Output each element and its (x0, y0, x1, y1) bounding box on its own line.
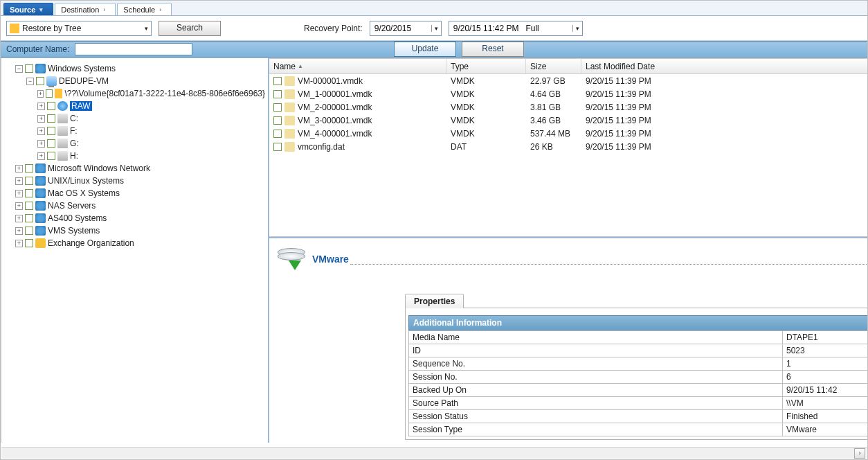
update-button[interactable]: Update (394, 42, 456, 57)
search-button[interactable]: Search (159, 21, 221, 36)
tree-node-vms[interactable]: + VMS Systems (15, 224, 265, 237)
expand-icon[interactable]: + (15, 227, 23, 235)
file-name: VM_1-000001.vmdk (298, 89, 372, 99)
restore-mode-select[interactable]: Restore by Tree ▾ (6, 21, 152, 36)
checkbox[interactable] (46, 89, 53, 98)
tree-label: Exchange Organization (48, 238, 134, 248)
checkbox[interactable] (25, 239, 33, 247)
tree-node-nas[interactable]: + NAS Servers (15, 200, 265, 212)
tab-source[interactable]: Source ▾ (3, 3, 53, 15)
checkbox[interactable] (273, 90, 282, 98)
checkbox[interactable] (25, 177, 33, 185)
checkbox[interactable] (273, 77, 282, 85)
checkbox[interactable] (36, 77, 44, 85)
tree-node-exchange[interactable]: + Exchange Organization (15, 237, 265, 249)
tab-schedule[interactable]: Schedule › (117, 3, 172, 15)
search-button-label: Search (177, 23, 203, 33)
table-row: Media NameDTAPE1 (409, 331, 869, 344)
checkbox[interactable] (25, 189, 33, 197)
prop-value: 5023 (783, 344, 869, 357)
file-name: vmconfig.dat (298, 142, 345, 152)
properties-table: Media NameDTAPE1ID5023Sequence No.1Sessi… (408, 330, 868, 436)
recovery-point-to[interactable]: ▾ (449, 21, 583, 36)
tree-node-drive-c[interactable]: + C: (37, 112, 265, 125)
column-date[interactable]: Last Modified Date (581, 59, 868, 73)
tree-node-windows-systems[interactable]: − Windows Systems (15, 62, 265, 75)
tree-node-raw[interactable]: + RAW (37, 100, 265, 112)
expand-icon[interactable]: + (15, 165, 23, 172)
recovery-point-to-input[interactable] (452, 23, 570, 34)
tree-label: Microsoft Windows Network (48, 163, 150, 173)
table-row[interactable]: VM_1-000001.vmdkVMDK4.64 GB9/20/15 11:39… (269, 87, 868, 100)
table-row[interactable]: VM_4-000001.vmdkVMDK537.44 MB9/20/15 11:… (269, 127, 868, 140)
tree-label: NAS Servers (48, 201, 96, 211)
tree-node-drive-h[interactable]: + H: (37, 150, 265, 162)
table-row[interactable]: vmconfig.datDAT26 KB9/20/15 11:39 PM (269, 140, 868, 153)
expand-icon[interactable]: + (15, 177, 23, 185)
tree-node-volume[interactable]: + \??\Volume{8cf01a71-3222-11e4-8c85-806… (37, 87, 265, 100)
checkbox[interactable] (47, 139, 55, 148)
prop-key: Sequence No. (409, 357, 783, 371)
table-row[interactable]: VM_3-000001.vmdkVMDK3.46 GB9/20/15 11:39… (269, 114, 868, 127)
checkbox[interactable] (25, 202, 33, 210)
tree-label: H: (70, 151, 78, 161)
checkbox[interactable] (47, 114, 55, 123)
prop-value: DTAPE1 (783, 331, 869, 344)
table-row: Session TypeVMware (409, 423, 869, 436)
reset-button[interactable]: Reset (462, 42, 524, 57)
tree-node-dedupe-vm[interactable]: − DEDUPE-VM (26, 75, 265, 87)
tab-destination[interactable]: Destination › (55, 3, 116, 15)
prop-value: \\VM (783, 397, 869, 410)
checkbox[interactable] (25, 164, 33, 172)
expand-icon[interactable]: + (37, 127, 45, 135)
expand-icon[interactable]: + (15, 202, 23, 210)
column-size[interactable]: Size (526, 59, 581, 73)
tree-pane[interactable]: − Windows Systems − DEDUPE-VM (1, 57, 269, 443)
computer-name-input[interactable] (75, 43, 192, 55)
recovery-point-from-input[interactable] (373, 23, 428, 34)
file-size: 4.64 GB (526, 89, 581, 99)
column-type[interactable]: Type (446, 59, 526, 73)
globe-icon (57, 101, 68, 111)
expand-icon[interactable]: + (37, 115, 45, 123)
checkbox[interactable] (47, 102, 55, 110)
horizontal-scrollbar[interactable]: › (1, 447, 867, 459)
tree-node-drive-g[interactable]: + G: (37, 137, 265, 150)
table-row[interactable]: VM_2-000001.vmdkVMDK3.81 GB9/20/15 11:39… (269, 100, 868, 114)
tree-node-as400[interactable]: + AS400 Systems (15, 212, 265, 224)
properties-tab-label: Properties (414, 297, 455, 306)
recovery-point-from[interactable]: ▾ (370, 21, 442, 36)
vmware-restore-icon (276, 245, 307, 273)
tree-node-unix-linux[interactable]: + UNIX/Linux Systems (15, 175, 265, 187)
checkbox[interactable] (273, 130, 282, 138)
expand-icon[interactable]: + (37, 103, 45, 110)
expand-icon[interactable]: + (15, 240, 23, 247)
collapse-icon[interactable]: − (15, 65, 23, 73)
checkbox[interactable] (25, 214, 33, 222)
scroll-right-icon[interactable]: › (854, 448, 865, 459)
checkbox[interactable] (47, 127, 55, 135)
checkbox[interactable] (25, 227, 33, 235)
expand-icon[interactable]: + (37, 152, 45, 160)
tab-schedule-label: Schedule (123, 6, 155, 14)
tree-label: RAW (70, 101, 92, 111)
expand-icon[interactable]: + (15, 190, 23, 197)
checkbox[interactable] (273, 143, 282, 151)
tree-node-drive-f[interactable]: + F: (37, 125, 265, 137)
tree-label: G: (70, 139, 79, 148)
expand-icon[interactable]: + (37, 140, 45, 148)
checkbox[interactable] (25, 64, 33, 73)
file-icon (284, 142, 295, 152)
expand-icon[interactable]: + (37, 90, 44, 98)
checkbox[interactable] (273, 116, 282, 125)
network-icon (35, 176, 46, 186)
column-name[interactable]: Name ▲ (269, 59, 446, 73)
tree-node-ms-windows-network[interactable]: + Microsoft Windows Network (15, 162, 265, 175)
collapse-icon[interactable]: − (26, 78, 34, 85)
tree-node-macosx[interactable]: + Mac OS X Systems (15, 187, 265, 200)
expand-icon[interactable]: + (15, 215, 23, 222)
checkbox[interactable] (273, 103, 282, 112)
table-row[interactable]: VM-000001.vmdkVMDK22.97 GB9/20/15 11:39 … (269, 74, 868, 87)
checkbox[interactable] (47, 152, 55, 160)
properties-tab[interactable]: Properties (405, 294, 464, 308)
